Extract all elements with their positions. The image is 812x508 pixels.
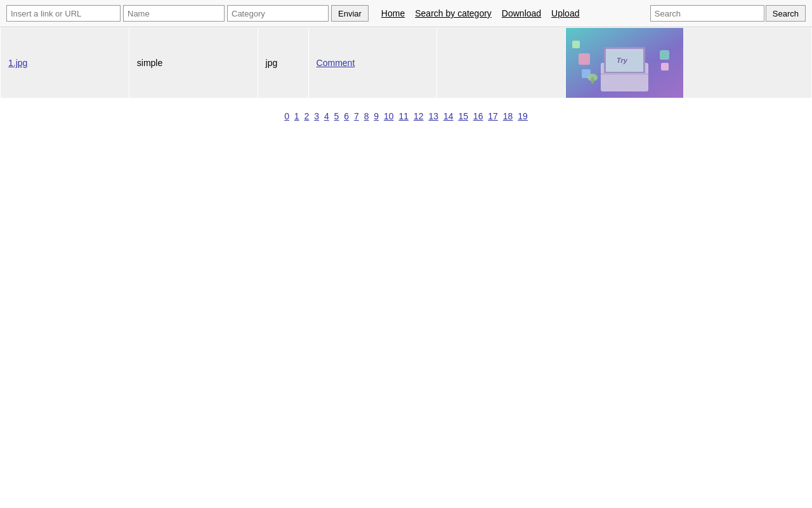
- pagination-link-11[interactable]: 11: [399, 111, 409, 121]
- search-button[interactable]: Search: [766, 5, 806, 22]
- image-cell: Try: [566, 28, 683, 98]
- nav-links: Home Search by category Download Upload: [381, 8, 580, 18]
- svg-rect-8: [661, 63, 669, 70]
- pagination-link-8[interactable]: 8: [364, 111, 369, 121]
- category-input[interactable]: [227, 5, 329, 22]
- pagination-link-4[interactable]: 4: [324, 111, 329, 121]
- pagination-link-1[interactable]: 1: [294, 111, 299, 121]
- svg-rect-7: [660, 50, 669, 60]
- pagination-link-12[interactable]: 12: [414, 111, 424, 121]
- pagination-link-2[interactable]: 2: [304, 111, 310, 121]
- svg-rect-6: [579, 53, 590, 65]
- main-table: 1.jpg simple jpg Comment: [0, 27, 812, 98]
- pagination: 0 1 2 3 4 5 6 7 8 9 10 11 12 13 14 15 16…: [0, 98, 812, 134]
- pagination-link-10[interactable]: 10: [384, 111, 394, 121]
- comment-cell: Comment: [308, 28, 437, 98]
- pagination-link-16[interactable]: 16: [473, 111, 483, 121]
- pagination-link-5[interactable]: 5: [334, 111, 339, 121]
- pagination-link-19[interactable]: 19: [518, 111, 528, 121]
- nav-search-by-category[interactable]: Search by category: [415, 8, 492, 18]
- pagination-link-3[interactable]: 3: [314, 111, 319, 121]
- toolbar: Enviar Home Search by category Download …: [0, 0, 812, 27]
- name-cell: simple: [129, 28, 258, 98]
- comment-link[interactable]: Comment: [317, 58, 355, 68]
- search-area: Search: [650, 5, 806, 22]
- url-input[interactable]: [6, 5, 121, 22]
- pagination-link-18[interactable]: 18: [503, 111, 513, 121]
- nav-upload[interactable]: Upload: [551, 8, 579, 18]
- filename-link[interactable]: 1.jpg: [8, 58, 27, 68]
- table-row: 1.jpg simple jpg Comment: [1, 28, 812, 98]
- pagination-link-17[interactable]: 17: [488, 111, 498, 121]
- svg-text:Try: Try: [617, 57, 628, 64]
- name-input[interactable]: [123, 5, 225, 22]
- pagination-link-15[interactable]: 15: [458, 111, 468, 121]
- pagination-link-6[interactable]: 6: [344, 111, 349, 121]
- last-cell: [683, 28, 812, 98]
- pagination-link-13[interactable]: 13: [428, 111, 438, 121]
- type-cell: jpg: [258, 28, 308, 98]
- nav-download[interactable]: Download: [502, 8, 541, 18]
- content: 1.jpg simple jpg Comment: [0, 27, 812, 98]
- svg-rect-10: [572, 41, 580, 48]
- pagination-link-0[interactable]: 0: [284, 111, 289, 121]
- enviar-button[interactable]: Enviar: [331, 5, 369, 22]
- search-input[interactable]: [650, 5, 764, 22]
- svg-rect-5: [601, 73, 648, 75]
- name-value: simple: [137, 58, 162, 68]
- pagination-link-14[interactable]: 14: [443, 111, 454, 121]
- pagination-link-7[interactable]: 7: [354, 111, 359, 121]
- filename-cell: 1.jpg: [1, 28, 129, 98]
- type-value: jpg: [266, 58, 278, 68]
- svg-rect-12: [591, 77, 594, 84]
- nav-home[interactable]: Home: [381, 8, 405, 18]
- thumbnail: Try: [566, 28, 683, 98]
- pagination-link-9[interactable]: 9: [374, 111, 379, 121]
- extra-cell: [437, 28, 566, 98]
